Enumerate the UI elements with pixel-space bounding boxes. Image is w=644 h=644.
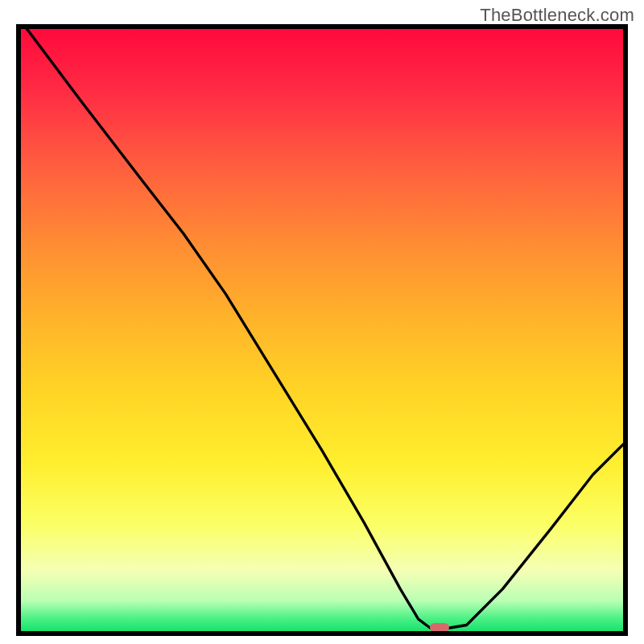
- optimal-marker: [430, 623, 449, 632]
- bottleneck-curve: [21, 29, 623, 631]
- watermark-text: TheBottleneck.com: [480, 5, 634, 26]
- stage: TheBottleneck.com: [0, 0, 644, 644]
- curve-path: [27, 29, 623, 628]
- plot-frame: [16, 24, 628, 636]
